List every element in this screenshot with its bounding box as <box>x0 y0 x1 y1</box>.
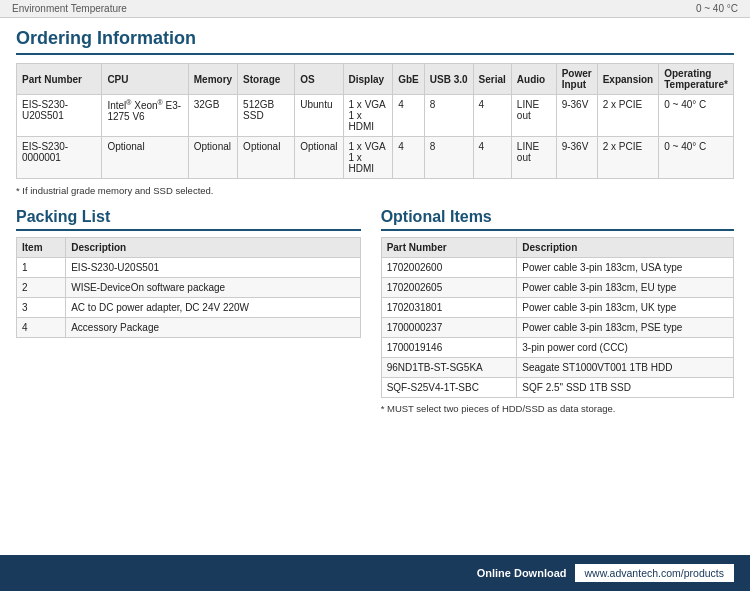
col-power-input: PowerInput <box>556 64 597 95</box>
optional-cell: 1702002600 <box>381 258 517 278</box>
packing-cell: 2 <box>17 278 66 298</box>
packing-col-description: Description <box>66 238 360 258</box>
optional-footnote: * MUST select two pieces of HDD/SSD as d… <box>381 403 734 414</box>
ordering-cell: LINE out <box>511 137 556 179</box>
bottom-bar-label: Online Download <box>477 567 567 579</box>
ordering-cell: Optional <box>238 137 295 179</box>
optional-cell: 1702002605 <box>381 278 517 298</box>
optional-cell: Power cable 3-pin 183cm, EU type <box>517 278 734 298</box>
optional-cell: 1700019146 <box>381 338 517 358</box>
optional-table-row: 96ND1TB-ST-SG5KASeagate ST1000VT001 1TB … <box>381 358 733 378</box>
packing-table-row: 4Accessory Package <box>17 318 361 338</box>
ordering-table-row: EIS-S230-U20S501Intel® Xeon® E3-1275 V63… <box>17 95 734 137</box>
optional-items-section: Optional Items Part Number Description 1… <box>381 208 734 414</box>
packing-table-row: 3AC to DC power adapter, DC 24V 220W <box>17 298 361 318</box>
ordering-cell: EIS-S230-U20S501 <box>17 95 102 137</box>
ordering-cell: EIS-S230-0000001 <box>17 137 102 179</box>
packing-cell: 3 <box>17 298 66 318</box>
ordering-cell: 4 <box>473 95 511 137</box>
ordering-cell: 8 <box>424 137 473 179</box>
optional-table-row: 17000191463-pin power cord (CCC) <box>381 338 733 358</box>
ordering-cell: Optional <box>295 137 343 179</box>
packing-cell: AC to DC power adapter, DC 24V 220W <box>66 298 360 318</box>
ordering-cell: 4 <box>473 137 511 179</box>
optional-cell: 96ND1TB-ST-SG5KA <box>381 358 517 378</box>
ordering-cell: Intel® Xeon® E3-1275 V6 <box>102 95 188 137</box>
packing-cell: 1 <box>17 258 66 278</box>
col-storage: Storage <box>238 64 295 95</box>
optional-col-part-number: Part Number <box>381 238 517 258</box>
ordering-cell: 2 x PCIE <box>597 137 659 179</box>
packing-table-header-row: Item Description <box>17 238 361 258</box>
optional-cell: Power cable 3-pin 183cm, PSE type <box>517 318 734 338</box>
two-col-section: Packing List Item Description 1EIS-S230-… <box>16 208 734 414</box>
ordering-cell: 4 <box>393 137 425 179</box>
ordering-footnote: * If industrial grade memory and SSD sel… <box>16 185 734 196</box>
ordering-cell: 1 x VGA1 x HDMI <box>343 95 393 137</box>
optional-items-title: Optional Items <box>381 208 734 231</box>
optional-table-row: 1700000237Power cable 3-pin 183cm, PSE t… <box>381 318 733 338</box>
col-part-number: Part Number <box>17 64 102 95</box>
ordering-table: Part Number CPU Memory Storage OS Displa… <box>16 63 734 179</box>
ordering-cell: 0 ~ 40° C <box>659 137 734 179</box>
ordering-cell: 8 <box>424 95 473 137</box>
ordering-cell: 9-36V <box>556 95 597 137</box>
packing-cell: EIS-S230-U20S501 <box>66 258 360 278</box>
optional-table-row: 1702031801Power cable 3-pin 183cm, UK ty… <box>381 298 733 318</box>
ordering-cell: Ubuntu <box>295 95 343 137</box>
packing-cell: 4 <box>17 318 66 338</box>
ordering-info-section: Ordering Information Part Number CPU Mem… <box>16 28 734 196</box>
top-bar-right: 0 ~ 40 °C <box>696 3 738 14</box>
col-cpu: CPU <box>102 64 188 95</box>
ordering-cell: 1 x VGA1 x HDMI <box>343 137 393 179</box>
optional-table-row: 1702002605Power cable 3-pin 183cm, EU ty… <box>381 278 733 298</box>
optional-cell: 1700000237 <box>381 318 517 338</box>
packing-list-title: Packing List <box>16 208 361 231</box>
ordering-cell: Optional <box>188 137 237 179</box>
optional-cell: 1702031801 <box>381 298 517 318</box>
optional-cell: Power cable 3-pin 183cm, UK type <box>517 298 734 318</box>
ordering-table-row: EIS-S230-0000001OptionalOptionalOptional… <box>17 137 734 179</box>
col-expansion: Expansion <box>597 64 659 95</box>
packing-cell: WISE-DeviceOn software package <box>66 278 360 298</box>
optional-table-header-row: Part Number Description <box>381 238 733 258</box>
ordering-info-title: Ordering Information <box>16 28 734 55</box>
ordering-cell: Optional <box>102 137 188 179</box>
optional-col-description: Description <box>517 238 734 258</box>
optional-cell: 3-pin power cord (CCC) <box>517 338 734 358</box>
optional-cell: Seagate ST1000VT001 1TB HDD <box>517 358 734 378</box>
bottom-bar-url: www.advantech.com/products <box>575 564 734 582</box>
ordering-cell: 0 ~ 40° C <box>659 95 734 137</box>
top-bar-left: Environment Temperature <box>12 3 127 14</box>
optional-cell: Power cable 3-pin 183cm, USA type <box>517 258 734 278</box>
packing-cell: Accessory Package <box>66 318 360 338</box>
col-display: Display <box>343 64 393 95</box>
packing-table: Item Description 1EIS-S230-U20S5012WISE-… <box>16 237 361 338</box>
col-memory: Memory <box>188 64 237 95</box>
optional-table: Part Number Description 1702002600Power … <box>381 237 734 398</box>
optional-cell: SQF-S25V4-1T-SBC <box>381 378 517 398</box>
ordering-cell: 2 x PCIE <box>597 95 659 137</box>
top-bar: Environment Temperature 0 ~ 40 °C <box>0 0 750 18</box>
bottom-bar: Online Download www.advantech.com/produc… <box>0 555 750 591</box>
packing-list-section: Packing List Item Description 1EIS-S230-… <box>16 208 361 414</box>
ordering-table-header-row: Part Number CPU Memory Storage OS Displa… <box>17 64 734 95</box>
ordering-cell: LINE out <box>511 95 556 137</box>
packing-table-row: 1EIS-S230-U20S501 <box>17 258 361 278</box>
col-serial: Serial <box>473 64 511 95</box>
main-content: Ordering Information Part Number CPU Mem… <box>0 18 750 474</box>
col-operating-temp: OperatingTemperature* <box>659 64 734 95</box>
col-audio: Audio <box>511 64 556 95</box>
optional-table-row: 1702002600Power cable 3-pin 183cm, USA t… <box>381 258 733 278</box>
col-gbe: GbE <box>393 64 425 95</box>
packing-table-row: 2WISE-DeviceOn software package <box>17 278 361 298</box>
col-os: OS <box>295 64 343 95</box>
ordering-cell: 512GB SSD <box>238 95 295 137</box>
packing-col-item: Item <box>17 238 66 258</box>
optional-cell: SQF 2.5" SSD 1TB SSD <box>517 378 734 398</box>
optional-table-row: SQF-S25V4-1T-SBCSQF 2.5" SSD 1TB SSD <box>381 378 733 398</box>
col-usb30: USB 3.0 <box>424 64 473 95</box>
ordering-cell: 4 <box>393 95 425 137</box>
ordering-cell: 32GB <box>188 95 237 137</box>
ordering-cell: 9-36V <box>556 137 597 179</box>
